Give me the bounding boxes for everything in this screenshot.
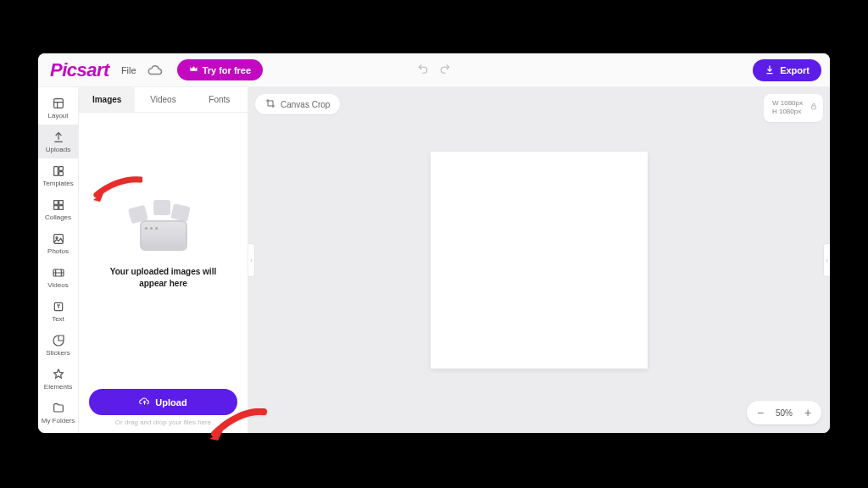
tab-fonts[interactable]: Fonts (192, 87, 248, 112)
stickers-icon (52, 334, 65, 347)
videos-icon (52, 266, 65, 280)
rail-label: Collages (45, 214, 71, 221)
cloud-upload-icon (139, 396, 150, 408)
drag-drop-hint: Or drag and drop your files here (89, 419, 237, 426)
svg-rect-6 (53, 205, 58, 209)
tab-images[interactable]: Images (79, 87, 135, 112)
rail-item-elements[interactable]: Elements (38, 362, 78, 396)
zoom-in-button[interactable]: + (801, 406, 815, 419)
photos-icon (52, 232, 65, 246)
upload-label: Upload (155, 397, 186, 408)
canvas-crop-tool[interactable]: Canvas Crop (255, 94, 340, 114)
svg-rect-0 (53, 98, 63, 108)
panel-body: Your uploaded images will appear here (79, 113, 248, 380)
svg-rect-4 (53, 200, 58, 204)
empty-uploads-text: Your uploaded images will appear here (110, 266, 216, 290)
rail-item-templates[interactable]: Templates (38, 158, 78, 192)
cloud-sync-icon[interactable] (145, 60, 165, 80)
templates-icon (52, 164, 65, 178)
rail-label: Videos (47, 281, 68, 289)
try-for-free-button[interactable]: Try for free (177, 59, 263, 80)
panel-footer: Upload Or drag and drop your files here (79, 380, 248, 433)
svg-rect-12 (812, 106, 816, 109)
topbar: Picsart File Try for free Export (38, 53, 830, 87)
rail-item-uploads[interactable]: Uploads (38, 125, 78, 158)
zoom-value[interactable]: 50% (776, 408, 793, 418)
rail-item-layout[interactable]: Layout (38, 91, 78, 125)
svg-rect-2 (58, 166, 63, 170)
layout-icon (52, 97, 65, 110)
rail-item-text[interactable]: Text (38, 294, 78, 328)
rail-label: My Folders (42, 417, 75, 424)
crop-label: Canvas Crop (281, 100, 330, 109)
rail-label: Text (52, 315, 64, 323)
rail-item-my-folders[interactable]: My Folders (38, 396, 78, 430)
canvas-dimensions[interactable]: W 1080px H 1080px (764, 94, 823, 122)
app-frame: Picsart File Try for free Export (38, 53, 830, 433)
rail-item-stickers[interactable]: Stickers (38, 328, 78, 362)
export-button[interactable]: Export (753, 59, 821, 81)
zoom-out-button[interactable]: − (754, 406, 767, 419)
collages-icon (52, 198, 65, 212)
rail-label: Elements (44, 383, 72, 391)
svg-rect-7 (58, 205, 63, 209)
elements-icon (52, 368, 65, 381)
artboard[interactable] (431, 152, 648, 369)
crown-icon (189, 64, 198, 75)
uploads-panel: Images Videos Fonts Your uploaded images… (79, 87, 248, 433)
collapse-panel-handle-left[interactable]: ‹ (248, 243, 255, 277)
brand-logo[interactable]: Picsart (50, 59, 109, 81)
file-menu-button[interactable]: File (121, 65, 136, 75)
svg-rect-5 (58, 200, 63, 204)
redo-icon[interactable] (439, 63, 451, 78)
svg-rect-3 (58, 171, 63, 175)
upload-button[interactable]: Upload (89, 389, 237, 415)
rail-label: Stickers (46, 349, 70, 357)
rail-item-collages[interactable]: Collages (38, 192, 78, 226)
history-actions (417, 53, 451, 87)
svg-point-9 (56, 236, 58, 238)
rail-label: Templates (42, 180, 73, 187)
try-label: Try for free (203, 65, 251, 75)
svg-rect-1 (53, 166, 58, 175)
collapse-panel-handle-right[interactable]: › (823, 243, 830, 277)
upload-icon (52, 130, 65, 144)
crop-icon (265, 98, 275, 110)
download-icon (765, 64, 775, 76)
empty-uploads-illustration (130, 203, 198, 254)
export-label: Export (780, 65, 810, 75)
panel-tabs: Images Videos Fonts (79, 87, 248, 113)
canvas-area: Canvas Crop W 1080px H 1080px ‹ › − 50% … (248, 87, 830, 433)
main-area: Layout Uploads Templates Collages Photos… (38, 87, 830, 433)
left-rail: Layout Uploads Templates Collages Photos… (38, 87, 79, 433)
rail-label: Uploads (46, 146, 70, 153)
rail-item-photos[interactable]: Photos (38, 226, 78, 260)
folder-icon (52, 402, 65, 415)
lock-aspect-icon[interactable] (810, 103, 818, 114)
rail-label: Photos (47, 247, 69, 255)
text-icon (52, 300, 65, 313)
rail-item-videos[interactable]: Videos (38, 260, 78, 294)
undo-icon[interactable] (417, 63, 429, 78)
tab-videos[interactable]: Videos (135, 87, 191, 112)
rail-label: Layout (47, 112, 68, 119)
zoom-control: − 50% + (747, 401, 821, 424)
